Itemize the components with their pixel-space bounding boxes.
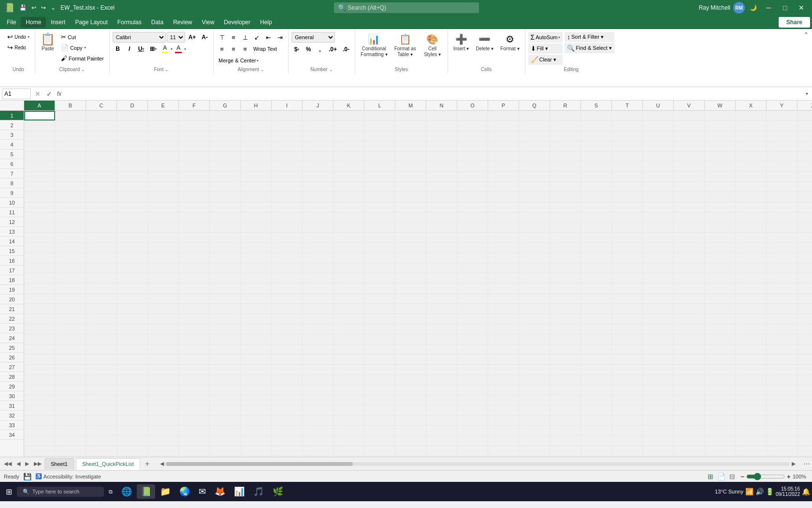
cell-T8[interactable]: [612, 182, 643, 192]
cell-Q15[interactable]: [519, 253, 550, 263]
cell-D7[interactable]: [117, 172, 148, 181]
cell-Y3[interactable]: [767, 131, 798, 141]
cell-V1[interactable]: [674, 111, 705, 120]
cell-K21[interactable]: [334, 314, 364, 324]
cell-S1[interactable]: [581, 111, 612, 120]
cell-A7[interactable]: [24, 172, 55, 181]
cell-F31[interactable]: [179, 416, 210, 425]
cell-J18[interactable]: [303, 284, 334, 293]
cell-M24[interactable]: [395, 344, 426, 354]
cell-S3[interactable]: [581, 131, 612, 141]
col-header-B[interactable]: B: [55, 101, 86, 110]
cell-Q21[interactable]: [519, 314, 550, 324]
cell-X9[interactable]: [736, 192, 767, 202]
cell-O15[interactable]: [457, 253, 488, 263]
cell-T4[interactable]: [612, 141, 643, 151]
cell-E22[interactable]: [148, 324, 179, 334]
cell-F25[interactable]: [179, 355, 210, 364]
cell-R31[interactable]: [550, 416, 581, 425]
cell-Z24[interactable]: [798, 344, 812, 354]
taskbar-app1-icon[interactable]: 📊: [230, 484, 248, 499]
cell-Q2[interactable]: [519, 121, 550, 131]
font-size-select[interactable]: 11 89101214: [167, 32, 185, 43]
cell-E31[interactable]: [148, 416, 179, 425]
cell-N24[interactable]: [426, 344, 457, 354]
cell-E17[interactable]: [148, 273, 179, 283]
cell-E2[interactable]: [148, 121, 179, 131]
cell-L28[interactable]: [364, 385, 395, 395]
cell-J16[interactable]: [303, 263, 334, 273]
cell-I9[interactable]: [272, 192, 303, 202]
row-num-17[interactable]: 17: [0, 266, 24, 275]
cell-Q12[interactable]: [519, 223, 550, 232]
cell-O26[interactable]: [457, 365, 488, 374]
cell-L15[interactable]: [364, 253, 395, 263]
cell-I26[interactable]: [272, 365, 303, 374]
cell-C23[interactable]: [86, 334, 117, 344]
col-header-U[interactable]: U: [643, 101, 674, 110]
wrap-text-button[interactable]: Wrap Text: [251, 44, 279, 54]
cell-R33[interactable]: [550, 436, 581, 446]
col-header-M[interactable]: M: [395, 101, 426, 110]
cell-S2[interactable]: [581, 121, 612, 131]
cell-F34[interactable]: [179, 446, 210, 456]
col-header-O[interactable]: O: [457, 101, 488, 110]
cell-K4[interactable]: [334, 141, 364, 151]
cell-P9[interactable]: [488, 192, 519, 202]
cell-N13[interactable]: [426, 233, 457, 242]
row-num-3[interactable]: 3: [0, 130, 24, 140]
cell-E1[interactable]: [148, 111, 179, 120]
cell-X16[interactable]: [736, 263, 767, 273]
cell-K27[interactable]: [334, 375, 364, 385]
row-num-10[interactable]: 10: [0, 198, 24, 208]
cell-K7[interactable]: [334, 172, 364, 181]
cell-K28[interactable]: [334, 385, 364, 395]
cell-S13[interactable]: [581, 233, 612, 242]
cell-O12[interactable]: [457, 223, 488, 232]
cell-P21[interactable]: [488, 314, 519, 324]
cell-X33[interactable]: [736, 436, 767, 446]
cell-V6[interactable]: [674, 162, 705, 171]
cell-G11[interactable]: [210, 212, 241, 222]
taskbar-excel-icon[interactable]: 📗: [137, 484, 155, 499]
row-num-15[interactable]: 15: [0, 246, 24, 256]
cell-C6[interactable]: [86, 162, 117, 171]
cell-G18[interactable]: [210, 284, 241, 293]
cell-P2[interactable]: [488, 121, 519, 131]
cell-G6[interactable]: [210, 162, 241, 171]
cell-V27[interactable]: [674, 375, 705, 385]
ribbon-collapse-button[interactable]: ⌃: [803, 31, 809, 39]
cell-K33[interactable]: [334, 436, 364, 446]
cell-M13[interactable]: [395, 233, 426, 242]
cell-N27[interactable]: [426, 375, 457, 385]
cell-E21[interactable]: [148, 314, 179, 324]
cell-D8[interactable]: [117, 182, 148, 192]
cell-Q26[interactable]: [519, 365, 550, 374]
cell-B5[interactable]: [55, 151, 86, 161]
cell-P20[interactable]: [488, 304, 519, 314]
cell-P27[interactable]: [488, 375, 519, 385]
cell-L13[interactable]: [364, 233, 395, 242]
cell-N11[interactable]: [426, 212, 457, 222]
cell-E11[interactable]: [148, 212, 179, 222]
accounting-format-button[interactable]: $▾: [291, 44, 302, 55]
cell-W10[interactable]: [705, 202, 736, 212]
cell-K32[interactable]: [334, 426, 364, 435]
cell-N1[interactable]: [426, 111, 457, 120]
cell-M8[interactable]: [395, 182, 426, 192]
menu-insert[interactable]: Insert: [46, 17, 70, 28]
cell-D16[interactable]: [117, 263, 148, 273]
cell-T30[interactable]: [612, 405, 643, 415]
cell-F2[interactable]: [179, 121, 210, 131]
cell-V29[interactable]: [674, 395, 705, 405]
cell-B6[interactable]: [55, 162, 86, 171]
cell-V4[interactable]: [674, 141, 705, 151]
select-all-button[interactable]: [0, 101, 24, 110]
cell-G4[interactable]: [210, 141, 241, 151]
cell-A3[interactable]: [24, 131, 55, 141]
cut-button[interactable]: ✂ Cut: [58, 32, 106, 42]
cell-A32[interactable]: [24, 426, 55, 435]
cell-F22[interactable]: [179, 324, 210, 334]
cell-S10[interactable]: [581, 202, 612, 212]
cell-M25[interactable]: [395, 355, 426, 364]
